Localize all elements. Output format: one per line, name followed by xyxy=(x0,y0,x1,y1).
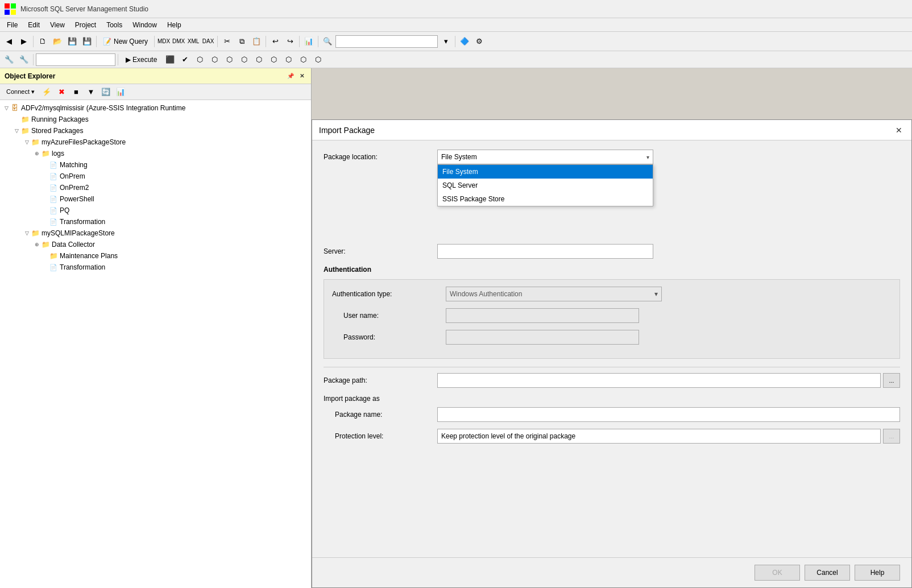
oe-activity-icon[interactable]: 📊 xyxy=(114,85,127,99)
ok-button[interactable]: OK xyxy=(755,565,800,581)
menu-project[interactable]: Project xyxy=(71,20,101,30)
stop-btn[interactable]: ⬛ xyxy=(163,53,177,67)
dialog-titlebar: Import Package ✕ xyxy=(312,120,911,140)
back-btn[interactable]: ◀ xyxy=(2,35,16,48)
menu-edit[interactable]: Edit xyxy=(23,20,44,30)
tree-item-matching[interactable]: ▷ 📄 Matching xyxy=(0,159,311,171)
tree-item-running[interactable]: ▷ 📁 Running Packages xyxy=(0,114,311,125)
pkg-path-input[interactable] xyxy=(437,373,881,388)
pkg-path-browse-button[interactable]: ... xyxy=(883,373,900,388)
tb2-3[interactable]: ⬡ xyxy=(193,53,206,67)
menu-window[interactable]: Window xyxy=(128,20,161,30)
oe-icon1[interactable]: ⚡ xyxy=(40,85,53,99)
tree-item-mysqlmi[interactable]: ▽ 📁 mySQLMIPackageStore xyxy=(0,227,311,239)
option-ssis[interactable]: SSIS Package Store xyxy=(438,192,653,206)
toggle-root[interactable]: ▽ xyxy=(2,104,10,112)
new-query-button[interactable]: 📝 New Query xyxy=(99,34,152,49)
toggle-stored[interactable]: ▽ xyxy=(13,127,20,135)
option-sqlserver[interactable]: SQL Server xyxy=(438,179,653,192)
menu-tools[interactable]: Tools xyxy=(102,20,127,30)
toggle-logs[interactable]: ⊕ xyxy=(33,150,41,158)
server-label: Server: xyxy=(324,247,437,255)
password-input[interactable] xyxy=(446,330,639,345)
cut-btn[interactable]: ✂ xyxy=(220,35,234,48)
execute-button[interactable]: ▶ Execute xyxy=(121,53,162,67)
oe-refresh-icon[interactable]: 🔄 xyxy=(99,85,113,99)
save-btn[interactable]: 💾 xyxy=(65,35,79,48)
new-query-label: New Query xyxy=(114,38,148,45)
menu-help[interactable]: Help xyxy=(163,20,186,30)
tree-item-datacollector[interactable]: ⊕ 📁 Data Collector xyxy=(0,239,311,250)
search-icon-btn[interactable]: 🔍 xyxy=(321,35,334,48)
tree-item-transformation2[interactable]: ▷ 📄 Transformation xyxy=(0,262,311,273)
tb2-8[interactable]: ⬡ xyxy=(267,53,280,67)
pkg-name-input[interactable] xyxy=(437,407,900,422)
tb2-10[interactable]: ⬡ xyxy=(296,53,310,67)
protection-input[interactable] xyxy=(437,429,881,444)
auth-type-dropdown[interactable]: Windows Authentication ▾ xyxy=(446,287,662,301)
tree-item-onprem[interactable]: ▷ 📄 OnPrem xyxy=(0,171,311,182)
tb2-6[interactable]: ⬡ xyxy=(237,53,251,67)
check-btn[interactable]: ✔ xyxy=(178,53,192,67)
dialog-close-button[interactable]: ✕ xyxy=(893,125,905,136)
mdx-btn[interactable]: MDX xyxy=(157,35,171,48)
tree-item-onprem2[interactable]: ▷ 📄 OnPrem2 xyxy=(0,182,311,193)
toggle-datacollector[interactable]: ⊕ xyxy=(33,241,41,249)
menu-file[interactable]: File xyxy=(2,20,22,30)
tb2-11[interactable]: ⬡ xyxy=(311,53,325,67)
help-button[interactable]: Help xyxy=(855,565,900,581)
tree-item-stored[interactable]: ▽ 📁 Stored Packages xyxy=(0,125,311,136)
dropdown-btn[interactable]: ▾ xyxy=(439,35,453,48)
pkg-location-dropdown[interactable]: File System ▾ xyxy=(437,150,653,164)
db-selector[interactable] xyxy=(36,53,115,66)
protection-browse-button[interactable]: ... xyxy=(883,429,900,444)
open-btn[interactable]: 📂 xyxy=(51,35,64,48)
sep2 xyxy=(96,36,97,47)
tree-item-azure[interactable]: ▽ 📁 myAzureFilesPackageStore xyxy=(0,136,311,148)
tb2-7[interactable]: ⬡ xyxy=(252,53,266,67)
toggle-azure[interactable]: ▽ xyxy=(23,138,31,146)
tree-item-root[interactable]: ▽ 🗄 ADFv2/mysqlmissisir (Azure-SSIS Inte… xyxy=(0,102,311,114)
ssms-btn[interactable]: 🔷 xyxy=(458,35,471,48)
tree-item-transformation1[interactable]: ▷ 📄 Transformation xyxy=(0,216,311,227)
username-input[interactable] xyxy=(446,308,639,323)
oe-filter-icon[interactable]: ▼ xyxy=(84,85,98,99)
oe-icon3[interactable]: ■ xyxy=(69,85,83,99)
auth-type-value: Windows Authentication xyxy=(450,290,522,298)
cancel-button[interactable]: Cancel xyxy=(805,565,850,581)
tree-item-pq[interactable]: ▷ 📄 PQ xyxy=(0,205,311,216)
redo-btn[interactable]: ↪ xyxy=(283,35,297,48)
report-btn[interactable]: 📊 xyxy=(302,35,316,48)
tree-item-powershell[interactable]: ▷ 📄 PowerShell xyxy=(0,193,311,205)
tb2-2[interactable]: 🔧 xyxy=(17,53,31,67)
app-logo xyxy=(5,3,16,15)
connect-button[interactable]: Connect ▾ xyxy=(2,86,39,97)
tree-item-logs[interactable]: ⊕ 📁 logs xyxy=(0,148,311,159)
menu-view[interactable]: View xyxy=(45,20,69,30)
tb2-5[interactable]: ⬡ xyxy=(222,53,236,67)
pkg-location-value: File System xyxy=(441,153,477,161)
forward-btn[interactable]: ▶ xyxy=(17,35,31,48)
toolbar-search-input[interactable] xyxy=(335,35,438,48)
save-all-btn[interactable]: 💾 xyxy=(80,35,94,48)
xml-btn[interactable]: XML xyxy=(186,35,200,48)
settings-btn[interactable]: ⚙ xyxy=(472,35,486,48)
tb2-9[interactable]: ⬡ xyxy=(281,53,295,67)
dax-btn[interactable]: DAX xyxy=(201,35,215,48)
tb2-1[interactable]: 🔧 xyxy=(2,53,16,67)
paste-btn[interactable]: 📋 xyxy=(250,35,263,48)
new-file-btn[interactable]: 🗋 xyxy=(36,35,49,48)
oe-close-icon[interactable]: ✕ xyxy=(297,72,306,81)
oe-toolbar: Connect ▾ ⚡ ✖ ■ ▼ 🔄 📊 xyxy=(0,84,311,100)
server-input[interactable] xyxy=(437,244,653,259)
option-filesystem[interactable]: File System xyxy=(438,165,653,179)
object-explorer-tree: ▽ 🗄 ADFv2/mysqlmissisir (Azure-SSIS Inte… xyxy=(0,100,311,588)
undo-btn[interactable]: ↩ xyxy=(268,35,282,48)
tree-item-maintenanceplans[interactable]: ▷ 📁 Maintenance Plans xyxy=(0,250,311,262)
tb2-4[interactable]: ⬡ xyxy=(208,53,221,67)
oe-icon2[interactable]: ✖ xyxy=(55,85,68,99)
oe-pin-icon[interactable]: 📌 xyxy=(286,72,295,81)
copy-btn[interactable]: ⧉ xyxy=(235,35,248,48)
toggle-mysqlmi[interactable]: ▽ xyxy=(23,229,31,237)
dmx-btn[interactable]: DMX xyxy=(172,35,185,48)
